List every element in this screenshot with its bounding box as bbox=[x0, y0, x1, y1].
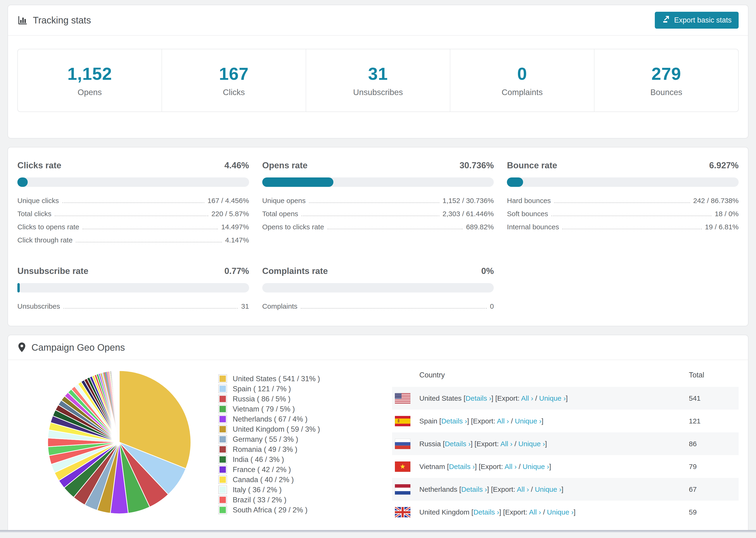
legend-item: Germany ( 55 / 3% ) bbox=[219, 434, 355, 444]
export-all-link[interactable]: All › bbox=[529, 508, 541, 516]
bounce-rate-section: Bounce rate6.927%Hard bounces242 / 86.73… bbox=[507, 161, 739, 249]
stat-value: 167 bbox=[219, 64, 249, 84]
export-all-link[interactable]: All › bbox=[521, 394, 533, 402]
legend-label: Spain ( 121 / 7% ) bbox=[233, 385, 291, 393]
stat-cell-bounces: 279Bounces bbox=[594, 49, 738, 112]
dotted-leader bbox=[82, 229, 218, 229]
legend-swatch bbox=[219, 415, 227, 423]
detail-label: Clicks to opens rate bbox=[17, 223, 79, 231]
geo-table-row: Netherlands [Details ›] [Export: All › /… bbox=[392, 478, 739, 501]
detail-row: Unique clicks167 / 4.456% bbox=[17, 197, 249, 210]
rate-head: Opens rate30.736% bbox=[262, 161, 494, 170]
legend-item: Brazil ( 33 / 2% ) bbox=[219, 495, 355, 505]
stat-cell-opens: 1,152Opens bbox=[18, 49, 162, 112]
legend-label: Netherlands ( 67 / 4% ) bbox=[233, 415, 307, 423]
card-bottom-strip bbox=[8, 521, 748, 530]
detail-row: Click through rate4.147% bbox=[17, 236, 249, 249]
export-all-link[interactable]: All › bbox=[505, 463, 517, 470]
legend-item: Italy ( 36 / 2% ) bbox=[219, 485, 355, 495]
geo-pie-chart bbox=[47, 370, 191, 514]
country-name: United Kingdom bbox=[419, 508, 469, 516]
geo-table-body: United States [Details ›] [Export: All ›… bbox=[392, 387, 739, 521]
country-cell: Vietnam [Details ›] [Export: All › / Uni… bbox=[419, 463, 689, 471]
geo-table-row: Vietnam [Details ›] [Export: All › / Uni… bbox=[392, 455, 739, 478]
details-link[interactable]: Details › bbox=[461, 485, 487, 493]
total-value: 121 bbox=[689, 417, 739, 425]
detail-label: Click through rate bbox=[17, 236, 73, 244]
country-flag-nl bbox=[395, 484, 410, 495]
geo-title-wrap: Campaign Geo Opens bbox=[17, 342, 125, 353]
rate-progress-fill bbox=[17, 178, 28, 187]
rate-progress-track bbox=[262, 283, 494, 293]
export-unique-link[interactable]: Unique › bbox=[535, 485, 561, 493]
rate-title: Complaints rate bbox=[262, 266, 328, 276]
rate-value: 0.77% bbox=[225, 266, 249, 276]
stat-value: 0 bbox=[517, 64, 527, 84]
horizontal-scrollbar[interactable] bbox=[0, 530, 756, 532]
details-link[interactable]: Details › bbox=[441, 417, 467, 425]
clicks-rate-section: Clicks rate4.46%Unique clicks167 / 4.456… bbox=[17, 161, 249, 249]
legend-swatch bbox=[219, 375, 227, 383]
legend-swatch bbox=[219, 425, 227, 433]
legend-swatch bbox=[219, 405, 227, 413]
dotted-leader bbox=[309, 202, 439, 203]
legend-item: Vietnam ( 79 / 5% ) bbox=[219, 404, 355, 414]
legend-label: United Kingdom ( 59 / 3% ) bbox=[233, 425, 320, 434]
total-column-header: Total bbox=[689, 371, 739, 379]
legend-item: Spain ( 121 / 7% ) bbox=[219, 384, 355, 394]
rate-progress-track bbox=[17, 283, 249, 293]
export-button-label: Export basic stats bbox=[674, 16, 731, 25]
details-link[interactable]: Details › bbox=[445, 440, 470, 448]
country-name: United States bbox=[419, 394, 461, 402]
export-unique-link[interactable]: Unique › bbox=[518, 440, 545, 448]
details-link[interactable]: Details › bbox=[449, 463, 475, 470]
details-link[interactable]: Details › bbox=[473, 508, 499, 516]
export-unique-link[interactable]: Unique › bbox=[539, 394, 566, 402]
export-unique-link[interactable]: Unique › bbox=[523, 463, 549, 470]
dotted-leader bbox=[554, 202, 690, 203]
rate-progress-fill bbox=[262, 178, 333, 187]
legend-swatch bbox=[219, 486, 227, 494]
legend-label: France ( 42 / 2% ) bbox=[233, 465, 291, 474]
tracking-stats-header: Tracking stats Export basic stats bbox=[8, 5, 748, 36]
detail-value: 19 / 6.81% bbox=[705, 223, 739, 231]
details-link[interactable]: Details › bbox=[465, 394, 491, 402]
export-unique-link[interactable]: Unique › bbox=[547, 508, 573, 516]
country-name: Russia bbox=[419, 440, 441, 448]
rate-rows: Complaints0 bbox=[262, 302, 494, 315]
map-pin-icon bbox=[17, 342, 26, 353]
export-all-link[interactable]: All › bbox=[497, 417, 509, 425]
legend-swatch bbox=[219, 456, 227, 463]
unsubscribe-rate-section: Unsubscribe rate0.77%Unsubscribes31 bbox=[17, 266, 249, 315]
stat-label: Bounces bbox=[650, 87, 682, 97]
export-all-link[interactable]: All › bbox=[500, 440, 513, 448]
rates-card: Clicks rate4.46%Unique clicks167 / 4.456… bbox=[8, 147, 748, 326]
legend-label: Russia ( 86 / 5% ) bbox=[233, 395, 291, 403]
total-value: 67 bbox=[689, 485, 739, 493]
rate-progress-track bbox=[262, 178, 494, 187]
legend-swatch bbox=[219, 476, 227, 484]
legend-item: Romania ( 49 / 3% ) bbox=[219, 444, 355, 455]
detail-row: Hard bounces242 / 86.738% bbox=[507, 197, 739, 210]
detail-value: 4.147% bbox=[225, 236, 249, 244]
rates-grid: Clicks rate4.46%Unique clicks167 / 4.456… bbox=[17, 161, 739, 315]
detail-label: Unsubscribes bbox=[17, 302, 60, 310]
legend-item: United Kingdom ( 59 / 3% ) bbox=[219, 424, 355, 434]
detail-label: Unique clicks bbox=[17, 197, 59, 205]
country-cell: United States [Details ›] [Export: All ›… bbox=[419, 394, 689, 402]
rate-rows: Hard bounces242 / 86.738%Soft bounces18 … bbox=[507, 197, 739, 236]
stat-cell-unsubscribes: 31Unsubscribes bbox=[306, 49, 450, 112]
export-all-link[interactable]: All › bbox=[517, 485, 529, 493]
rate-rows: Unique clicks167 / 4.456%Total clicks220… bbox=[17, 197, 249, 249]
page-title: Tracking stats bbox=[33, 15, 91, 26]
stat-label: Clicks bbox=[223, 87, 244, 97]
export-unique-link[interactable]: Unique › bbox=[515, 417, 541, 425]
legend-label: Canada ( 40 / 2% ) bbox=[233, 476, 294, 484]
geo-table-row: United States [Details ›] [Export: All ›… bbox=[392, 387, 739, 409]
country-flag-gb bbox=[395, 507, 410, 517]
legend-item: Canada ( 40 / 2% ) bbox=[219, 475, 355, 485]
detail-value: 18 / 0% bbox=[715, 210, 739, 218]
export-basic-stats-button[interactable]: Export basic stats bbox=[655, 12, 739, 28]
legend-item: Russia ( 86 / 5% ) bbox=[219, 394, 355, 404]
stat-value: 1,152 bbox=[67, 64, 112, 84]
